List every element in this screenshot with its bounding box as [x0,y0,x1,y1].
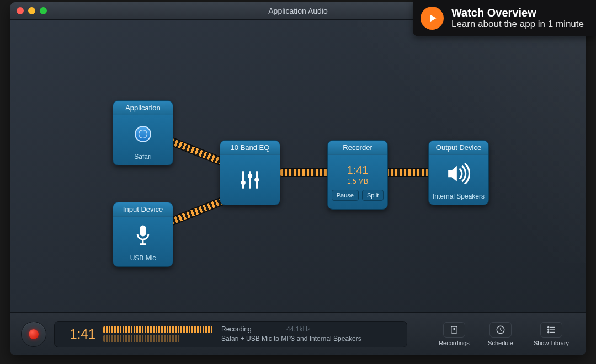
svg-point-13 [548,326,549,328]
tile-eq-header: 10 Band EQ [220,141,280,155]
svg-point-0 [139,130,147,138]
svg-point-9 [254,178,259,182]
recordings-icon [443,322,465,338]
split-button[interactable]: Split [362,190,384,201]
minimize-icon[interactable] [28,7,35,14]
status-samplerate: 44.1kHz [286,325,311,333]
list-icon [540,322,562,338]
svg-point-17 [548,331,549,333]
bottom-toolbar: 1:41 Recording 44.1kHz Safari + USB Mic … [10,312,586,355]
cable-recorder-to-output [386,168,430,177]
tile-output-label: Internal Speakers [433,192,485,200]
safari-icon [135,126,151,142]
pipeline-canvas[interactable]: Application Safari Input Device USB Mic … [10,20,586,312]
close-icon[interactable] [17,7,24,14]
watch-overview-card[interactable]: Watch Overview Learn about the app in 1 … [413,0,596,36]
tile-recorder[interactable]: Recorder 1:41 1.5 MB Pause Split [327,140,388,210]
pause-button[interactable]: Pause [332,190,359,201]
tile-output-device[interactable]: Output Device Internal Speakers [428,140,489,205]
recorder-elapsed: 1:41 [347,164,369,176]
tile-application-label: Safari [134,153,151,160]
overview-title: Watch Overview [451,7,584,19]
clock-icon [489,322,512,338]
speaker-icon [446,155,471,192]
tile-recorder-header: Recorder [328,141,387,155]
microphone-icon [134,217,152,254]
tile-input-header: Input Device [113,202,173,217]
record-icon [29,329,39,339]
app-window: Application Audio Application Safari Inp… [10,2,586,355]
status-elapsed: 1:41 [62,326,95,342]
svg-point-15 [548,329,549,330]
schedule-button[interactable]: Schedule [481,322,520,346]
recorder-filesize: 1.5 MB [347,178,368,185]
equalizer-icon [238,155,262,205]
tile-application[interactable]: Application Safari [113,100,173,165]
level-meter [103,326,214,342]
traffic-lights [17,7,47,14]
window-title: Application Audio [268,7,327,15]
svg-rect-1 [140,226,146,237]
recordings-label: Recordings [439,340,470,346]
overview-subtitle: Learn about the app in 1 minute [451,19,584,30]
status-state: Recording [221,325,252,333]
library-label: Show Library [534,340,569,346]
play-icon [421,7,444,30]
status-panel: 1:41 Recording 44.1kHz Safari + USB Mic … [54,321,407,347]
status-text: Recording 44.1kHz Safari + USB Mic to MP… [221,325,361,344]
tile-application-header: Application [113,101,173,115]
svg-point-7 [248,174,252,178]
zoom-icon[interactable] [40,7,47,14]
record-button[interactable] [21,322,46,347]
recordings-button[interactable]: Recordings [435,322,473,346]
schedule-label: Schedule [488,340,513,346]
tile-input-device[interactable]: Input Device USB Mic [113,202,173,267]
tile-output-header: Output Device [429,141,488,155]
tile-eq[interactable]: 10 Band EQ [220,140,280,205]
tile-input-label: USB Mic [130,254,156,262]
show-library-button[interactable]: Show Library [528,322,575,346]
svg-point-11 [454,328,455,329]
svg-point-5 [241,180,246,185]
status-route: Safari + USB Mic to MP3 and Internal Spe… [221,334,361,344]
